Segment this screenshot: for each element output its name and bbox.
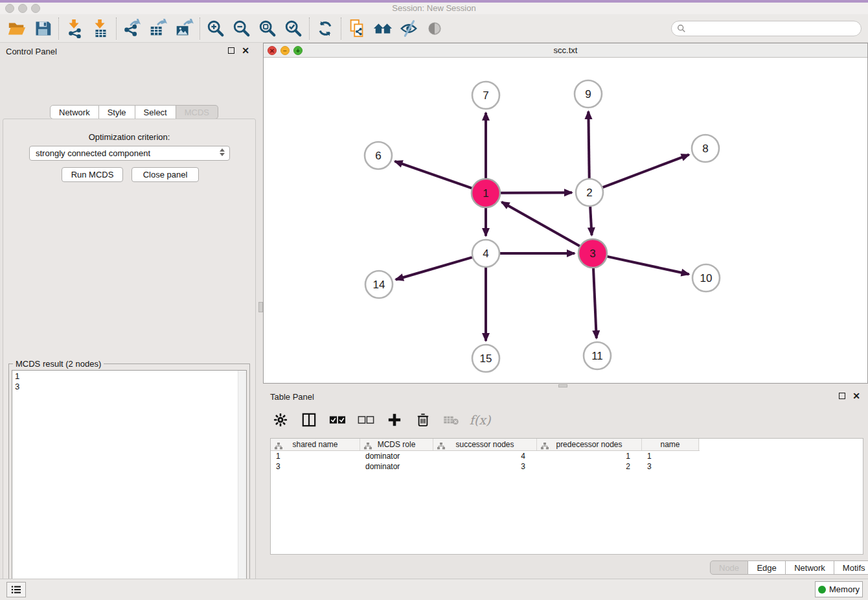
result-item[interactable]: 3 [15,382,246,392]
cell-successor-nodes[interactable]: 3 [433,461,537,472]
graph-edge-1-2[interactable] [501,192,572,193]
memory-status-dot [818,586,826,594]
graph-node-11[interactable]: 11 [584,342,611,369]
tab-node-table[interactable]: Node Table [710,560,748,575]
column-header-predecessor-nodes[interactable]: predecessor nodes [537,439,642,450]
toolbar-separator [200,17,200,40]
network-window-close-button[interactable]: ✕ [268,46,277,55]
graph-node-1[interactable]: 1 [472,179,500,207]
gear-icon [273,413,288,427]
show-columns-button[interactable] [299,410,319,430]
graph-node-3[interactable]: 3 [578,239,607,268]
export-image-button[interactable] [171,16,197,41]
delete-table-button-disabled [442,410,461,430]
select-all-button[interactable] [328,410,347,430]
graph-node-9[interactable]: 9 [575,80,602,108]
zoom-selected-button[interactable] [280,16,306,41]
window-close-button[interactable] [5,4,14,13]
search-input[interactable] [686,24,848,34]
hide-panel-button[interactable] [396,16,422,41]
graph-node-2[interactable]: 2 [576,179,603,206]
close-panel-button[interactable]: Close panel [131,167,199,182]
table-panel-close-icon[interactable]: ✕ [852,393,860,399]
home-button[interactable] [370,16,396,41]
graph-node-14[interactable]: 14 [365,271,393,298]
copy-network-button[interactable] [344,16,370,41]
zoom-out-button[interactable] [229,16,255,41]
show-tasks-button[interactable] [6,582,26,597]
export-table-button[interactable] [145,16,171,41]
zoom-fit-button[interactable] [255,16,280,41]
search-field[interactable] [671,21,862,36]
horizontal-splitter[interactable] [263,384,868,388]
tab-motifs[interactable]: Motifs [834,560,868,575]
tab-edge-table[interactable]: Edge Table [748,560,786,575]
column-header-successor-nodes[interactable]: successor nodes [433,439,537,450]
graph-edge-1-6[interactable] [394,161,472,189]
graph-node-8[interactable]: 8 [692,135,719,162]
graph-node-4[interactable]: 4 [472,240,499,267]
window-zoom-button[interactable] [31,4,40,13]
graph-edge-3-10[interactable] [607,257,689,274]
import-network-button[interactable] [62,16,87,41]
apply-layout-button[interactable] [312,16,338,41]
cell-MCDS-role[interactable]: dominator [360,461,433,472]
network-window-maximize-button[interactable]: + [293,46,303,55]
column-header-name[interactable]: name [642,439,699,450]
table-panel-float-icon[interactable] [839,393,845,399]
import-table-button[interactable] [87,16,113,41]
window-minimize-button[interactable] [18,4,27,13]
graph-edge-3-1[interactable] [501,202,580,246]
cell-shared-name[interactable]: 1 [271,451,360,461]
export-network-button[interactable] [119,16,145,41]
table-row[interactable]: 3dominator323 [271,461,700,472]
cell-shared-name[interactable]: 3 [271,461,360,472]
column-header-MCDS-role[interactable]: MCDS role [360,439,433,450]
delete-column-button[interactable] [413,410,433,430]
column-header-label: MCDS role [378,440,416,449]
save-session-button[interactable] [30,16,56,41]
graph-node-15[interactable]: 15 [472,345,499,372]
graph-edge-2-8[interactable] [603,155,689,188]
graph-node-10[interactable]: 10 [692,264,720,292]
graph-edge-2-9[interactable] [588,111,589,178]
cell-successor-nodes[interactable]: 4 [433,451,537,461]
zoom-in-button[interactable] [203,16,229,41]
control-panel-close-icon[interactable]: ✕ [242,47,249,54]
tab-style[interactable]: Style [99,105,135,119]
network-canvas[interactable]: 7968124314101511 [264,58,867,383]
mcds-result-list[interactable]: 13 [12,370,247,600]
open-file-button[interactable] [4,16,30,41]
tab-network-table[interactable]: Network Table [786,560,834,575]
horizontal-splitter-handle[interactable] [558,384,567,387]
tab-mcds[interactable]: MCDS [176,105,218,119]
result-item[interactable]: 1 [15,371,246,382]
add-column-button[interactable] [385,410,404,430]
table-row[interactable]: 1dominator411 [271,451,700,461]
table-settings-button[interactable] [271,410,290,430]
lens-button[interactable] [422,16,448,41]
tab-network[interactable]: Network [50,105,99,119]
control-panel-float-icon[interactable] [228,47,234,54]
vertical-splitter[interactable] [258,43,263,579]
memory-button[interactable]: Memory [815,581,863,597]
network-window-minimize-button[interactable]: − [280,46,290,55]
cell-name[interactable]: 3 [642,461,699,472]
network-window-titlebar[interactable]: ✕ − + scc.txt [264,43,867,58]
vertical-splitter-handle[interactable] [258,302,263,312]
cell-predecessor-nodes[interactable]: 2 [537,461,642,472]
graph-edge-2-3[interactable] [590,207,591,235]
run-mcds-button[interactable]: Run MCDS [62,167,123,182]
node-table[interactable]: shared nameMCDS rolesuccessor nodesprede… [270,438,863,555]
graph-node-6[interactable]: 6 [365,142,392,169]
result-list-scrollbar[interactable] [238,371,246,600]
graph-node-7[interactable]: 7 [472,82,499,109]
column-header-shared-name[interactable]: shared name [271,439,360,450]
optimization-criterion-dropdown[interactable]: strongly connected component [29,146,230,161]
cell-predecessor-nodes[interactable]: 1 [537,451,642,461]
cell-name[interactable]: 1 [642,451,699,461]
graph-edge-3-11[interactable] [593,268,597,338]
graph-edge-4-14[interactable] [396,257,472,279]
deselect-all-button[interactable] [356,410,376,430]
tab-select[interactable]: Select [135,105,176,119]
